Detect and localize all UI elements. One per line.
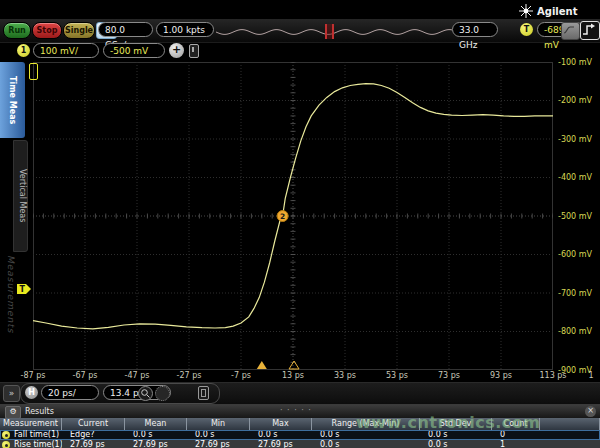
x-tick-label: 13 ps <box>273 371 313 380</box>
y-tick-label: -600 mV <box>558 250 600 259</box>
x-tick-label: -87 ps <box>13 371 53 380</box>
results-column-header[interactable]: Measurement <box>0 418 62 430</box>
measurement-badge-icon <box>2 431 10 439</box>
display-icon[interactable] <box>198 386 209 400</box>
measurement-value-cell: 0.0 s <box>125 430 187 440</box>
measurement-value-cell: 0.0 s <box>420 440 492 448</box>
tab-time-meas[interactable]: Time Meas <box>0 62 25 138</box>
x-tick-label: -27 ps <box>169 371 209 380</box>
measurement-value-cell: 0.0 s <box>250 430 312 440</box>
x-axis-labels: -87 ps-67 ps-47 ps-27 ps-7 ps13 ps33 ps5… <box>33 371 600 382</box>
y-tick-label: -400 mV <box>558 173 600 182</box>
results-column-header[interactable] <box>540 418 600 430</box>
results-body: Fall time(1)Edge?0.0 s0.0 s0.0 s0.0 s0.0… <box>0 430 600 448</box>
trigger-level-marker[interactable]: T <box>17 284 32 295</box>
run-button[interactable]: Run <box>3 22 31 39</box>
single-button[interactable]: Single <box>63 22 95 39</box>
add-channel-button[interactable]: + <box>169 43 184 58</box>
expand-button[interactable]: » <box>3 385 20 402</box>
x-tick-label: -7 ps <box>221 371 261 380</box>
measurement-value-cell: 27.69 ps <box>187 440 250 448</box>
results-title: Results <box>25 407 54 416</box>
tab-vertical-meas[interactable]: Vertical Meas <box>13 140 28 252</box>
drag-handle[interactable]: · · · · · <box>280 406 312 415</box>
y-tick-label: -700 mV <box>558 289 600 298</box>
x-tick-label: 93 ps <box>481 371 521 380</box>
results-column-header[interactable]: Max <box>250 418 312 430</box>
measurements-watermark: Measurements <box>6 255 16 333</box>
channel-scale-box[interactable]: 100 mV/ <box>33 43 99 58</box>
site-watermark: www.cntronics.com <box>356 413 540 432</box>
sphere-icon[interactable] <box>155 386 170 401</box>
channel-1-badge[interactable]: 1 <box>17 44 30 57</box>
channel-offset-box[interactable]: -500 mV <box>103 43 165 58</box>
trigger-setup-button[interactable] <box>561 22 580 40</box>
results-column-header[interactable]: Min <box>187 418 250 430</box>
x-tick-label-clipped: 1 <box>571 371 600 380</box>
measurement-value-cell <box>540 440 600 448</box>
results-row[interactable]: Rise time(1)27.69 ps27.69 ps27.69 ps27.6… <box>0 440 600 448</box>
y-tick-label: -200 mV <box>558 96 600 105</box>
stop-button[interactable]: Stop <box>32 22 62 39</box>
y-tick-label: -800 mV <box>558 327 600 336</box>
preview-position-marker[interactable] <box>325 24 334 39</box>
probe-icon[interactable] <box>189 44 199 58</box>
timebase-trigger-marker <box>257 361 267 369</box>
measurement-name-cell: Rise time(1) <box>0 440 62 448</box>
y-tick-label: -300 mV <box>558 135 600 144</box>
measurement-value-cell: 27.69 ps <box>125 440 187 448</box>
results-column-header[interactable]: Current <box>62 418 125 430</box>
zoom-icon[interactable] <box>138 386 153 401</box>
x-tick-label: -67 ps <box>65 371 105 380</box>
channel-1-level-marker[interactable] <box>29 63 38 80</box>
trigger-edge-button[interactable] <box>580 21 600 40</box>
results-column-header[interactable]: Mean <box>125 418 187 430</box>
x-tick-label: 73 ps <box>429 371 469 380</box>
brand: Agilent <box>518 3 598 19</box>
y-tick-label: -500 mV <box>558 212 600 221</box>
brand-name: Agilent <box>537 6 577 17</box>
measurement-value-cell: Edge? <box>62 430 125 440</box>
agilent-sunburst-icon <box>518 3 534 19</box>
trigger-badge[interactable]: T <box>520 23 533 36</box>
horizontal-badge[interactable]: H <box>25 386 38 399</box>
x-tick-label: 53 ps <box>377 371 417 380</box>
y-tick-label: -100 mV <box>558 58 600 67</box>
measurement-value-cell: 0.0 s <box>187 430 250 440</box>
measurement-value-cell: 0.0 s <box>312 440 420 448</box>
oscilloscope-screen: Agilent Run Stop Single 80.0 GSa/s 1.00 … <box>0 0 600 448</box>
timebase-scale-box[interactable]: 20 ps/ <box>41 385 99 400</box>
rising-edge-icon <box>581 22 597 37</box>
measurement-name-cell: Fall time(1) <box>0 430 62 440</box>
memory-depth-box[interactable]: 1.00 kpts <box>156 22 214 37</box>
svg-text:T: T <box>20 285 26 294</box>
x-tick-label: 113 ps <box>533 371 573 380</box>
waveform-display[interactable]: 2 <box>33 62 553 370</box>
close-icon[interactable]: × <box>585 406 596 417</box>
measurement-value-cell: 1 <box>492 440 540 448</box>
sample-rate-box[interactable]: 80.0 GSa/s <box>98 22 153 37</box>
measurement-badge-icon <box>2 441 10 448</box>
bandwidth-box[interactable]: 33.0 GHz <box>452 22 498 37</box>
x-tick-label: 33 ps <box>325 371 365 380</box>
measurement-value-cell: 27.69 ps <box>250 440 312 448</box>
measurement-value-cell <box>540 430 600 440</box>
acquisition-preview-strip[interactable] <box>216 25 452 39</box>
x-tick-label: -47 ps <box>117 371 157 380</box>
svg-text:2: 2 <box>280 212 285 221</box>
measurement-value-cell: 27.69 ps <box>62 440 125 448</box>
y-axis-labels: -100 mV-200 mV-300 mV-400 mV-500 mV-600 … <box>558 62 600 370</box>
